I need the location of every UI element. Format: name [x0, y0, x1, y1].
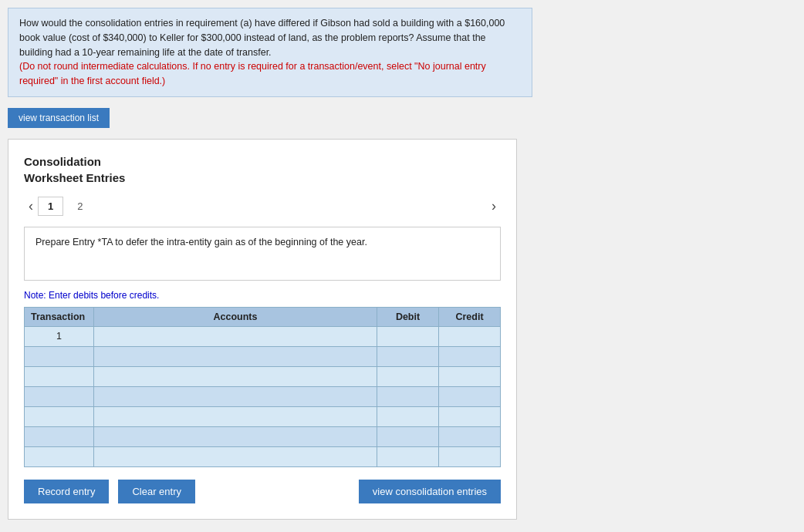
- debit-input[interactable]: [377, 327, 438, 346]
- table-row: [25, 346, 501, 366]
- account-cell[interactable]: [94, 406, 377, 426]
- record-entry-button[interactable]: Record entry: [24, 480, 109, 503]
- account-input[interactable]: [94, 347, 377, 366]
- debit-input[interactable]: [377, 447, 438, 466]
- table-row: [25, 446, 501, 466]
- account-input[interactable]: [94, 427, 377, 446]
- account-cell[interactable]: [94, 326, 377, 346]
- transaction-cell: [25, 386, 94, 406]
- view-transaction-list-button[interactable]: view transaction list: [8, 108, 110, 128]
- transaction-cell: [25, 346, 94, 366]
- debit-cell[interactable]: [377, 366, 439, 386]
- account-cell[interactable]: [94, 346, 377, 366]
- credit-cell[interactable]: [439, 326, 501, 346]
- account-cell[interactable]: [94, 386, 377, 406]
- credit-input[interactable]: [439, 407, 500, 426]
- col-header-debit: Debit: [377, 307, 439, 326]
- credit-cell[interactable]: [439, 346, 501, 366]
- transaction-cell: 1: [25, 326, 94, 346]
- account-input[interactable]: [94, 387, 377, 406]
- tab-1[interactable]: 1: [38, 197, 63, 216]
- debit-input[interactable]: [377, 367, 438, 386]
- instruction-text: How would the consolidation entries in r…: [19, 18, 505, 58]
- debit-cell[interactable]: [377, 326, 439, 346]
- debit-input[interactable]: [377, 427, 438, 446]
- worksheet-container: Consolidation Worksheet Entries ‹ 1 2 › …: [8, 139, 517, 520]
- col-header-credit: Credit: [439, 307, 501, 326]
- account-input[interactable]: [94, 407, 377, 426]
- credit-input[interactable]: [439, 327, 500, 346]
- next-page-arrow[interactable]: ›: [487, 197, 501, 216]
- debit-cell[interactable]: [377, 406, 439, 426]
- view-consolidation-entries-button[interactable]: view consolidation entries: [359, 480, 501, 503]
- journal-entry-table: Transaction Accounts Debit Credit 1: [24, 307, 501, 467]
- debit-cell[interactable]: [377, 426, 439, 446]
- transaction-cell: [25, 426, 94, 446]
- table-row: [25, 366, 501, 386]
- debit-input[interactable]: [377, 407, 438, 426]
- debit-cell[interactable]: [377, 346, 439, 366]
- account-input[interactable]: [94, 447, 377, 466]
- debit-cell[interactable]: [377, 386, 439, 406]
- button-row: Record entry Clear entry view consolidat…: [24, 480, 501, 503]
- nav-row: ‹ 1 2 ›: [24, 197, 501, 216]
- table-row: [25, 406, 501, 426]
- table-row: [25, 386, 501, 406]
- credit-input[interactable]: [439, 387, 500, 406]
- credit-cell[interactable]: [439, 406, 501, 426]
- transaction-cell: [25, 366, 94, 386]
- debit-input[interactable]: [377, 387, 438, 406]
- debit-cell[interactable]: [377, 446, 439, 466]
- credit-input[interactable]: [439, 427, 500, 446]
- instruction-box: How would the consolidation entries in r…: [8, 8, 532, 97]
- transaction-cell: [25, 406, 94, 426]
- credit-input[interactable]: [439, 447, 500, 466]
- transaction-cell: [25, 446, 94, 466]
- note-text: Note: Enter debits before credits.: [24, 290, 501, 301]
- credit-cell[interactable]: [439, 426, 501, 446]
- account-input[interactable]: [94, 327, 377, 346]
- table-row: 1: [25, 326, 501, 346]
- col-header-accounts: Accounts: [94, 307, 377, 326]
- col-header-transaction: Transaction: [25, 307, 94, 326]
- account-cell[interactable]: [94, 446, 377, 466]
- entry-description: Prepare Entry *TA to defer the intra-ent…: [24, 227, 501, 281]
- credit-cell[interactable]: [439, 446, 501, 466]
- prev-page-arrow[interactable]: ‹: [24, 197, 38, 216]
- tab-2[interactable]: 2: [68, 197, 92, 215]
- table-row: [25, 426, 501, 446]
- debit-input[interactable]: [377, 347, 438, 366]
- credit-input[interactable]: [439, 347, 500, 366]
- clear-entry-button[interactable]: Clear entry: [118, 480, 195, 503]
- instruction-red-text: (Do not round intermediate calculations.…: [19, 61, 486, 86]
- account-cell[interactable]: [94, 426, 377, 446]
- worksheet-title: Consolidation Worksheet Entries: [24, 153, 501, 186]
- account-cell[interactable]: [94, 366, 377, 386]
- account-input[interactable]: [94, 367, 377, 386]
- credit-input[interactable]: [439, 367, 500, 386]
- credit-cell[interactable]: [439, 366, 501, 386]
- credit-cell[interactable]: [439, 386, 501, 406]
